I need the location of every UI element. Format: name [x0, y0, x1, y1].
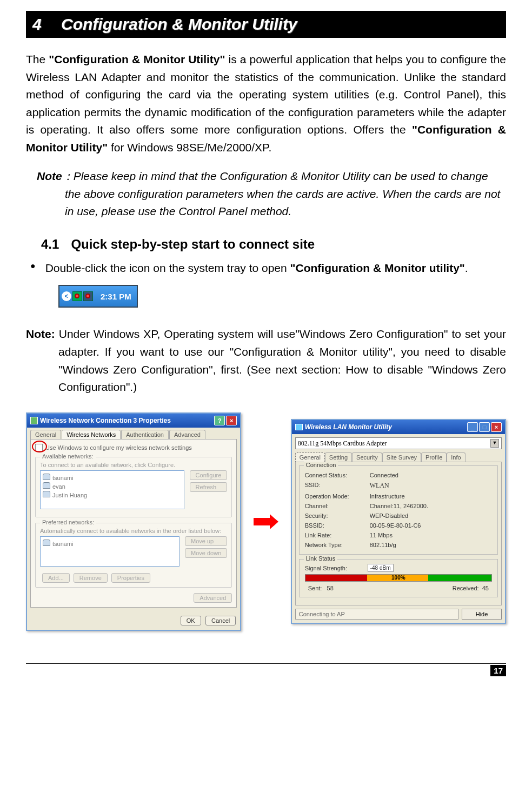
monitor-panel: Connection Connect Status:Connected SSID…: [295, 462, 502, 605]
preferred-list[interactable]: tsunami: [40, 536, 179, 567]
list-item-label: tsunami: [52, 541, 74, 547]
nettype-value: 802.11b/g: [370, 542, 396, 548]
section-number: 4.1: [41, 237, 59, 251]
figures-row: Wireless Network Connection 3 Properties…: [26, 412, 506, 631]
available-networks-label: Available networks:: [40, 453, 96, 460]
note2-paragraph: Note: Under Windows XP, Operating system…: [26, 325, 506, 396]
antenna-icon: [43, 474, 50, 480]
moveup-button[interactable]: Move up: [185, 536, 227, 546]
list-item-label: tsunami: [52, 475, 74, 481]
bullet-icon: ●: [30, 259, 36, 272]
status-text: Connecting to AP: [295, 609, 458, 620]
available-list[interactable]: tsunami evan Justin Huang: [40, 470, 184, 509]
bullet-pre: Double-click the icon on the system tray…: [45, 262, 290, 274]
intro-bold1: "Configuration & Monitor Utility": [49, 53, 225, 65]
tab-wireless-networks[interactable]: Wireless Networks: [62, 430, 121, 439]
chevron-down-icon[interactable]: ▼: [490, 439, 499, 448]
properties-button[interactable]: Properties: [111, 573, 150, 583]
movedown-button[interactable]: Move down: [185, 548, 227, 558]
note-text: Please keep in mind that the Configurati…: [65, 170, 500, 217]
linkstatus-label: Link Status: [304, 555, 337, 562]
help-button[interactable]: ?: [214, 416, 225, 425]
cancel-button[interactable]: Cancel: [205, 616, 236, 625]
tab-setting[interactable]: Setting: [325, 452, 352, 462]
monitor-titlebar: Wireless LAN Monitor Utility _ □ ×: [292, 420, 505, 434]
preferred-networks-label: Preferred networks:: [40, 519, 96, 525]
bssid-key: BSSID:: [305, 522, 370, 529]
remove-button[interactable]: Remove: [74, 573, 108, 583]
advanced-button[interactable]: Advanced: [194, 593, 232, 603]
properties-footer: OK Cancel: [27, 611, 240, 630]
add-button[interactable]: Add...: [42, 573, 70, 583]
tab-site-survey[interactable]: Site Survey: [382, 452, 421, 462]
tab-security[interactable]: Security: [352, 452, 382, 462]
received-key: Received:: [453, 585, 479, 591]
security-value: WEP-Disabled: [370, 512, 409, 519]
close-button[interactable]: ×: [226, 416, 237, 425]
ok-button[interactable]: OK: [181, 616, 201, 625]
properties-window: Wireless Network Connection 3 Properties…: [26, 412, 241, 631]
sent-key: Sent:: [308, 585, 322, 591]
tray-clock: 2:31 PM: [101, 292, 131, 301]
properties-tabs: General Wireless Networks Authentication…: [27, 428, 240, 439]
connection-fieldset: Connection Connect Status:Connected SSID…: [299, 465, 498, 555]
opmode-value: Infrastructure: [370, 493, 405, 500]
adapter-combo[interactable]: 802.11g 54Mbps Cardbus Adapter ▼: [295, 437, 502, 449]
intro-mid2: for Windows 98SE/Me/2000/XP.: [108, 141, 271, 154]
nettype-key: Network Type:: [305, 542, 370, 548]
bullet-post: .: [465, 262, 468, 274]
properties-title: Wireless Network Connection 3 Properties: [40, 417, 171, 424]
tab-general[interactable]: General: [30, 430, 61, 439]
configure-button[interactable]: Configure: [190, 470, 228, 480]
tab-info[interactable]: Info: [447, 452, 465, 462]
ssid-value: WLAN: [370, 482, 389, 490]
note2-text: Under Windows XP, Operating system will …: [55, 328, 506, 393]
antenna-icon: [43, 482, 50, 489]
chapter-title-bar: 4 Configuration & Monitor Utility: [26, 11, 506, 38]
monitor-tabs: General Setting Security Site Survey Pro…: [292, 452, 505, 462]
security-key: Security:: [305, 512, 370, 519]
use-windows-label: Use Windows to configure my wireless net…: [45, 444, 192, 451]
intro-paragraph: The "Configuration & Monitor Utility" is…: [26, 51, 506, 156]
list-item[interactable]: tsunami: [43, 473, 182, 482]
arrow-icon: [250, 514, 282, 529]
intro-pre: The: [26, 53, 49, 65]
adapter-combo-value: 802.11g 54Mbps Cardbus Adapter: [298, 440, 387, 448]
note-block: Note：Please keep in mind that the Config…: [65, 168, 506, 221]
connection-label: Connection: [304, 462, 338, 468]
bullet-row: ● Double-click the icon on the system tr…: [26, 259, 506, 277]
ssid-key: SSID:: [305, 482, 370, 490]
linkstatus-fieldset: Link Status Signal Strength: -48 dBm 100…: [299, 559, 498, 597]
list-item-label: Justin Huang: [52, 492, 87, 498]
signal-percent: 100%: [391, 575, 405, 581]
tray-expand-icon[interactable]: <: [62, 291, 71, 301]
antenna-icon: [43, 491, 50, 497]
hide-button[interactable]: Hide: [462, 609, 502, 620]
maximize-button[interactable]: □: [479, 422, 490, 432]
tray-app-icon[interactable]: [72, 291, 82, 301]
channel-key: Channel:: [305, 503, 370, 509]
list-item[interactable]: evan: [43, 482, 182, 490]
note-label: Note: [37, 170, 62, 182]
channel-value: Channel:11, 2462000.: [370, 503, 428, 509]
preferred-networks-group: Preferred networks: Automatically connec…: [35, 523, 232, 588]
signal-bar: 100%: [305, 574, 492, 582]
tab-general[interactable]: General: [295, 452, 325, 462]
tray-network-icon[interactable]: [83, 291, 93, 301]
connect-status-key: Connect Status:: [305, 472, 370, 478]
tab-authentication[interactable]: Authentication: [121, 430, 169, 439]
preferred-hint: Automatically connect to available netwo…: [40, 528, 227, 534]
tab-advanced[interactable]: Advanced: [169, 430, 205, 439]
antenna-icon: [43, 540, 50, 546]
available-networks-group: Available networks: To connect to an ava…: [35, 457, 232, 517]
close-button[interactable]: ×: [491, 422, 502, 432]
tab-profile[interactable]: Profile: [421, 452, 447, 462]
refresh-button[interactable]: Refresh: [190, 482, 228, 492]
page-number: 17: [490, 665, 506, 676]
list-item[interactable]: tsunami: [43, 539, 177, 548]
chapter-number: 4: [32, 15, 42, 33]
list-item[interactable]: Justin Huang: [43, 490, 182, 499]
opmode-key: Operation Mode:: [305, 493, 370, 500]
chapter-title: Configuration & Monitor Utility: [61, 15, 297, 33]
minimize-button[interactable]: _: [467, 422, 478, 432]
